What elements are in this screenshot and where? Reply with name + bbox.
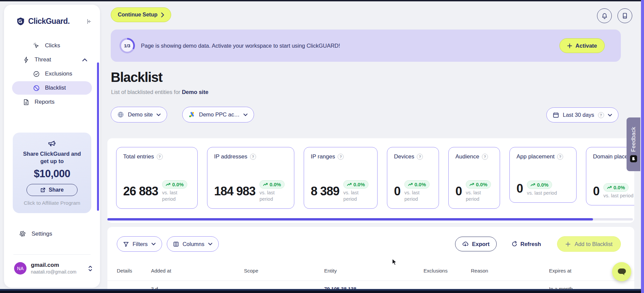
stat-card-value: 184 983 (214, 184, 255, 198)
refresh-icon (511, 241, 517, 247)
column-header-details[interactable]: Details (117, 268, 151, 274)
affiliate-link-label[interactable]: Click to Affiliate Program (13, 200, 91, 206)
sidebar-item-label: Blacklist (45, 85, 66, 91)
export-cloud-icon (462, 241, 468, 247)
sidebar-item-exclusions[interactable]: Exclusions (12, 67, 92, 81)
sidebar-item-reports[interactable]: Reports (12, 95, 92, 109)
stat-card-value: 8 389 (311, 184, 339, 198)
trend-badge: 0.0% (603, 183, 629, 192)
blacklist-table-panel: Filters Columns Export (107, 227, 634, 289)
column-header-entity[interactable]: Entity (324, 268, 424, 274)
export-button[interactable]: Export (455, 237, 496, 251)
sidebar-item-threat[interactable]: Threat (12, 53, 92, 66)
continue-setup-button[interactable]: Continue Setup (111, 7, 171, 22)
refresh-label: Refresh (521, 241, 541, 247)
google-ads-icon (189, 111, 195, 118)
chat-launcher-button[interactable] (612, 262, 631, 281)
refresh-button[interactable]: Refresh (509, 241, 543, 248)
ppc-account-selector[interactable]: Demo PPC ac… (182, 107, 254, 123)
stat-card-title: App placement (516, 153, 554, 160)
stats-horizontal-scrollbar-track[interactable] (107, 218, 633, 221)
chevron-right-icon (161, 12, 164, 17)
stat-card-value: 0 (455, 184, 462, 198)
sidebar-item-blacklist[interactable]: Blacklist (12, 81, 92, 95)
chevron-down-icon (608, 114, 612, 116)
filters-dropdown[interactable]: Filters (117, 236, 162, 252)
stat-card-value: 26 883 (123, 184, 158, 198)
cell-entity[interactable]: 79.105.38.138 (324, 286, 424, 289)
cell-expires-at: In a month (549, 286, 620, 289)
trend-up-icon (408, 183, 413, 186)
help-icon[interactable]: ? (557, 154, 563, 160)
calendar-icon (553, 112, 559, 118)
sidebar-item-label: Clicks (45, 42, 60, 49)
docs-button[interactable] (617, 8, 632, 23)
sidebar-scrollbar[interactable] (97, 62, 99, 211)
megaphone-icon (13, 139, 91, 148)
stat-card-title: IP ranges (311, 153, 335, 160)
column-header-scope[interactable]: Scope (244, 268, 324, 274)
help-icon[interactable]: ? (250, 154, 256, 160)
columns-icon (173, 241, 179, 247)
sidebar-item-clicks[interactable]: Clicks (12, 39, 92, 52)
sidebar-item-label: Threat (35, 56, 51, 63)
compare-label: vs. last period (466, 190, 493, 202)
help-icon[interactable]: ? (482, 154, 488, 160)
help-icon[interactable]: ? (338, 154, 344, 160)
table-row[interactable]: 3 d 79.105.38.138 In a month (117, 286, 634, 289)
activate-label: Activate (576, 43, 597, 49)
chevron-down-icon (151, 243, 156, 245)
stats-horizontal-scrollbar-thumb[interactable] (107, 218, 593, 221)
page-subtitle-site: Demo site (182, 89, 208, 95)
setup-progress-step: 1/3 (121, 40, 133, 52)
activate-button[interactable]: Activate (559, 38, 605, 53)
stat-card-audience: Audience ? 0 0.0% vs. last period (448, 147, 500, 209)
add-to-blacklist-button[interactable]: Add to Blacklist (557, 236, 621, 252)
stat-card-ip-addresses: IP addresses ? 184 983 0.0% vs. last per… (207, 147, 294, 209)
column-header-added-at[interactable]: Added at (151, 268, 244, 274)
column-header-exclusions[interactable]: Exclusions (424, 268, 471, 274)
date-range-label: Last 30 days (563, 112, 594, 118)
compare-label: vs. last period (162, 190, 191, 202)
filters-label: Filters (133, 241, 148, 247)
column-header-reason[interactable]: Reason (471, 268, 549, 274)
plus-icon (565, 242, 571, 247)
logo: ClickGuard. (16, 17, 93, 26)
help-icon[interactable]: ? (417, 154, 423, 160)
chat-bubble-icon (617, 268, 626, 276)
trend-badge: 0.0% (162, 180, 187, 189)
compare-label: vs. last period (603, 193, 633, 199)
user-email: naatali.ro@gmail.com (31, 269, 77, 275)
setup-progress-ring: 1/3 (119, 38, 135, 53)
site-selector[interactable]: Demo site (111, 107, 167, 123)
stats-panel: Total entries ? 26 883 0.0% vs. last per… (107, 138, 634, 223)
share-button-label: Share (49, 187, 63, 193)
add-to-blacklist-label: Add to Blacklist (575, 241, 612, 247)
reports-doc-icon (23, 99, 30, 106)
export-label: Export (472, 241, 489, 247)
chevron-up-icon[interactable] (82, 58, 87, 61)
columns-label: Columns (183, 241, 204, 247)
notifications-button[interactable] (597, 8, 612, 23)
date-range-picker[interactable]: Last 30 days ? (546, 107, 618, 123)
compare-label: vs. last period (259, 190, 287, 202)
feedback-logo-icon (630, 155, 637, 162)
site-selector-label: Demo site (128, 111, 153, 118)
stat-card-title: Devices (394, 153, 414, 160)
feedback-tab[interactable]: Feedback (627, 117, 640, 171)
trend-badge: 0.0% (466, 180, 491, 189)
affiliate-promo-card[interactable]: Share ClickGuard and get up to $10,000 S… (13, 133, 91, 213)
columns-dropdown[interactable]: Columns (167, 236, 219, 252)
share-button[interactable]: Share (27, 184, 78, 196)
help-icon[interactable]: ? (157, 154, 163, 160)
stat-card-total-entries: Total entries ? 26 883 0.0% vs. last per… (116, 147, 198, 209)
page-vertical-scrollbar[interactable] (641, 0, 644, 293)
collapse-sidebar-icon[interactable] (86, 18, 93, 25)
sidebar-item-settings[interactable]: Settings (19, 230, 52, 238)
bell-icon (601, 12, 608, 19)
trend-up-icon (607, 186, 612, 189)
page-title: Blacklist (111, 70, 162, 85)
account-switcher[interactable]: NA gmail.com naatali.ro@gmail.com (14, 262, 93, 275)
stat-card-title: Total entries (123, 153, 154, 160)
column-header-expires-at[interactable]: Expires at (549, 268, 620, 274)
